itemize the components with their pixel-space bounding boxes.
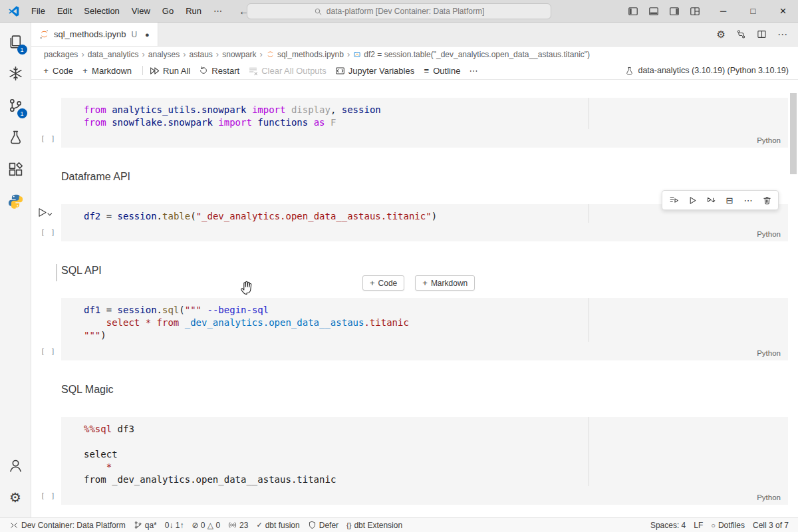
breadcrumb-item[interactable]: snowpark xyxy=(222,50,256,59)
run-all-button[interactable]: Run All xyxy=(150,66,190,76)
add-code-icon: + xyxy=(43,66,49,76)
outline-icon: ≡ xyxy=(423,66,430,76)
code-lines: from analytics_utils.snowpark import dis… xyxy=(61,98,788,148)
status-left: Dev Container: Data Platformqa*0↓ 1↑⊘ 0 … xyxy=(5,518,406,532)
activity-snowflake-icon[interactable] xyxy=(0,57,31,89)
cell-indicator[interactable]: Cell 3 of 7 xyxy=(749,518,793,532)
toolbar-label: Run All xyxy=(163,66,190,76)
modified-dot-icon[interactable]: ● xyxy=(145,31,150,39)
breadcrumb-item[interactable]: sql_methods.ipynb xyxy=(266,50,344,59)
dbt-defer-icon xyxy=(308,521,317,529)
code-editor[interactable]: from analytics_utils.snowpark import dis… xyxy=(61,98,788,148)
breadcrumb-label: df2 = session.table("_dev_analytics.open… xyxy=(364,50,590,59)
insert-code-button[interactable]: + Code xyxy=(362,275,404,291)
git-branch[interactable]: qa* xyxy=(130,518,161,532)
breadcrumb-item[interactable]: df2 = session.table("_dev_analytics.open… xyxy=(353,50,590,59)
window-controls: ─ □ × xyxy=(708,0,798,22)
activity-files-icon[interactable]: 1 xyxy=(0,25,31,57)
menu-file[interactable]: File xyxy=(25,4,51,19)
breadcrumb-label: astaus xyxy=(190,50,213,59)
open-changes-icon[interactable] xyxy=(736,29,746,39)
jupyter-icon xyxy=(266,50,275,59)
status-label: Dotfiles xyxy=(718,521,745,530)
code-editor[interactable]: df1 = session.sql(""" --begin-sql select… xyxy=(61,298,788,360)
remote-indicator-icon xyxy=(9,521,19,530)
outline-button[interactable]: ≡Outline xyxy=(423,66,460,76)
activity-extensions-icon[interactable] xyxy=(0,153,31,185)
minimize-button[interactable]: ─ xyxy=(708,0,738,22)
breadcrumb-item[interactable]: astaus xyxy=(190,50,213,59)
cell-md-sql-magic[interactable]: SQL Magic xyxy=(31,384,788,396)
activity-python-icon[interactable] xyxy=(0,185,31,217)
activity-top: 11 xyxy=(0,25,31,217)
panel-bottom-icon[interactable] xyxy=(647,4,660,19)
execute-cell-icon[interactable] xyxy=(684,193,701,207)
breadcrumb-item[interactable]: analyses xyxy=(148,50,180,59)
close-button[interactable]: × xyxy=(768,0,798,22)
cell-divider xyxy=(589,204,589,223)
delete-cell-icon[interactable] xyxy=(758,193,775,207)
vscode-window: FileEditSelectionViewGoRun⋯ ← → data-pla… xyxy=(0,0,798,532)
notebook-toolbar: +Code+MarkdownRun AllRestartClear All Ou… xyxy=(31,62,798,80)
menu-selection[interactable]: Selection xyxy=(78,4,125,19)
dbt-defer[interactable]: Defer xyxy=(304,518,342,532)
problems[interactable]: ⊘ 0 △ 0 xyxy=(188,518,224,532)
split-cell-icon[interactable]: ⊟ xyxy=(721,193,738,207)
activity-testing-icon[interactable] xyxy=(0,121,31,153)
eol[interactable]: LF xyxy=(690,518,707,532)
breadcrumb-item[interactable]: data_analytics xyxy=(88,50,139,59)
dbt-extension[interactable]: {}dbt Extension xyxy=(342,518,406,532)
execute-below-icon[interactable] xyxy=(702,193,720,207)
ports[interactable]: 23 xyxy=(224,518,252,532)
execute-above-icon[interactable] xyxy=(665,193,682,207)
badge: 1 xyxy=(17,108,27,118)
breadcrumb-item[interactable]: packages xyxy=(44,50,78,59)
tab-sql-methods[interactable]: sql_methods.ipynb U ● xyxy=(31,23,158,46)
code-lines: df1 = session.sql(""" --begin-sql select… xyxy=(61,298,788,360)
insert-markdown-button[interactable]: + Markdown xyxy=(415,275,475,291)
notebook-settings-icon[interactable]: ⚙ xyxy=(717,29,726,41)
dbt-fusion[interactable]: ✓dbt fusion xyxy=(252,518,303,532)
menu-go[interactable]: Go xyxy=(156,4,180,19)
kernel-icon xyxy=(625,66,634,75)
cell-language-label: Python xyxy=(757,493,781,501)
menu-view[interactable]: View xyxy=(126,4,156,19)
more-actions-icon[interactable]: ⋯ xyxy=(739,193,757,207)
code-editor[interactable]: %%sql df3 select *from _dev_analytics.op… xyxy=(61,417,788,505)
menu-more[interactable]: ⋯ xyxy=(207,4,228,19)
toolbar-more-button[interactable]: ⋯ xyxy=(469,66,477,76)
activity-source-control-icon[interactable]: 1 xyxy=(0,89,31,121)
sync-changes[interactable]: 0↓ 1↑ xyxy=(161,518,188,532)
notebook-toolbar-left: +Code+MarkdownRun AllRestartClear All Ou… xyxy=(43,66,486,76)
editor-actions-more-icon[interactable]: ⋯ xyxy=(777,29,787,41)
command-center-search[interactable]: data-platform [Dev Container: Data Platf… xyxy=(247,3,551,19)
indentation[interactable]: Spaces: 4 xyxy=(646,518,690,532)
split-editor-icon[interactable] xyxy=(757,29,767,39)
add-markdown-icon: + xyxy=(82,66,88,76)
title-bar: FileEditSelectionViewGoRun⋯ ← → data-pla… xyxy=(0,0,798,23)
jupyter-variables-button[interactable]: Jupyter Variables xyxy=(335,66,414,76)
jupyter-variables-icon xyxy=(335,66,345,76)
activity-settings-icon[interactable]: ⚙ xyxy=(0,481,31,513)
remote-indicator[interactable]: Dev Container: Data Platform xyxy=(5,518,130,532)
run-cell-button[interactable] xyxy=(37,207,53,218)
maximize-button[interactable]: □ xyxy=(738,0,768,22)
menu-edit[interactable]: Edit xyxy=(51,4,78,19)
add-code-button[interactable]: +Code xyxy=(43,66,73,76)
menu-run[interactable]: Run xyxy=(180,4,207,19)
status-label: LF xyxy=(694,521,703,530)
activity-bar: 11 ⚙ xyxy=(0,23,31,517)
panel-right-icon[interactable] xyxy=(668,4,681,19)
execution-count: [ ] xyxy=(41,491,56,500)
activity-account-icon[interactable] xyxy=(0,450,31,481)
kernel-picker[interactable]: data-analytics (3.10.19) (Python 3.10.19… xyxy=(625,66,789,75)
cell-md-dataframe-api[interactable]: Dataframe API xyxy=(31,171,788,183)
restart-button[interactable]: Restart xyxy=(199,66,239,76)
status-label: dbt fusion xyxy=(265,521,300,530)
cell-gutter: [ ] xyxy=(31,298,61,360)
layout-grid-icon[interactable] xyxy=(688,4,702,19)
scrollbar-thumb[interactable] xyxy=(790,93,797,174)
panel-left-icon[interactable] xyxy=(626,4,640,19)
dotfiles[interactable]: ○Dotfiles xyxy=(707,518,749,532)
add-markdown-button[interactable]: +Markdown xyxy=(82,66,132,76)
